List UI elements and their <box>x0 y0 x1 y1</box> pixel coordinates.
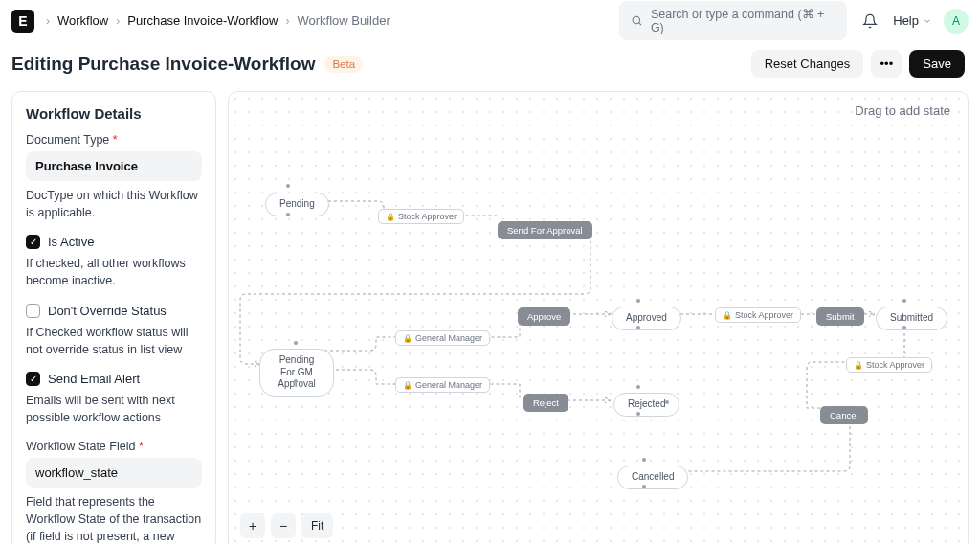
lock-icon: 🔒 <box>403 381 412 390</box>
send-email-checkbox[interactable]: ✓ <box>26 372 40 386</box>
notifications-button[interactable] <box>857 8 883 34</box>
state-approved[interactable]: Approved <box>612 307 681 330</box>
chevron-right-icon: › <box>285 14 289 28</box>
dont-override-help: If Checked workflow status will not over… <box>26 324 202 358</box>
role-stock-approver[interactable]: 🔒Stock Approver <box>378 209 464 224</box>
doctype-help: DocType on which this Workflow is applic… <box>26 187 202 221</box>
action-reject[interactable]: Reject <box>523 394 568 412</box>
workflow-canvas[interactable]: Drag to add state Pending <box>228 91 969 545</box>
action-approve[interactable]: Approve <box>518 307 570 326</box>
lock-icon: 🔒 <box>723 311 732 320</box>
save-button[interactable]: Save <box>909 50 965 78</box>
help-label: Help <box>893 13 919 28</box>
search-input[interactable]: Search or type a command (⌘ + G) <box>619 1 847 40</box>
zoom-out-button[interactable]: − <box>271 513 296 538</box>
role-general-manager-2[interactable]: 🔒General Manager <box>395 377 490 393</box>
workflow-details-panel: Workflow Details Document Type * Purchas… <box>11 91 216 545</box>
state-field-help: Field that represents the Workflow State… <box>26 493 202 545</box>
state-cancelled[interactable]: Cancelled <box>617 466 688 489</box>
search-icon <box>631 14 643 27</box>
zoom-fit-button[interactable]: Fit <box>301 513 333 538</box>
state-rejected[interactable]: Rejected <box>613 393 679 417</box>
crumb-builder: Workflow Builder <box>297 13 390 28</box>
crumb-workflow[interactable]: Workflow <box>57 13 108 28</box>
page-title: Editing Purchase Invoice-Workflow <box>11 54 315 75</box>
chevron-down-icon <box>923 16 932 26</box>
role-stock-approver-3[interactable]: 🔒Stock Approver <box>846 357 932 373</box>
action-cancel[interactable]: Cancel <box>820 406 868 424</box>
svg-point-0 <box>633 16 639 23</box>
drag-hint: Drag to add state <box>855 103 950 118</box>
state-pending-gm[interactable]: Pending For GM Approval <box>259 349 334 397</box>
chevron-right-icon: › <box>46 14 50 28</box>
is-active-help: If checked, all other workflows become i… <box>26 255 202 289</box>
state-field-input[interactable]: workflow_state <box>26 458 202 488</box>
help-menu[interactable]: Help <box>893 13 932 28</box>
beta-badge: Beta <box>324 56 363 73</box>
search-placeholder: Search or type a command (⌘ + G) <box>651 7 835 34</box>
dont-override-label: Don't Override Status <box>48 304 167 318</box>
breadcrumb: › Workflow › Purchase Invoice-Workflow ›… <box>42 13 390 28</box>
state-pending[interactable]: Pending <box>265 193 329 216</box>
send-email-label: Send Email Alert <box>48 372 140 386</box>
is-active-label: Is Active <box>48 235 94 249</box>
lock-icon: 🔒 <box>386 213 395 221</box>
lock-icon: 🔒 <box>403 334 412 343</box>
chevron-right-icon: › <box>116 14 120 28</box>
is-active-checkbox[interactable]: ✓ <box>26 235 40 249</box>
avatar[interactable]: A <box>944 9 969 34</box>
role-stock-approver-2[interactable]: 🔒Stock Approver <box>715 307 801 323</box>
dont-override-checkbox[interactable] <box>26 304 40 318</box>
state-submitted[interactable]: Submitted <box>876 307 947 330</box>
state-field-label: Workflow State Field * <box>26 440 202 453</box>
crumb-doc[interactable]: Purchase Invoice-Workflow <box>127 13 278 28</box>
more-menu-button[interactable]: ••• <box>871 50 902 78</box>
app-logo[interactable]: E <box>11 10 34 33</box>
action-send-for-approval[interactable]: Send For Approval <box>498 221 592 239</box>
action-submit[interactable]: Submit <box>816 307 864 326</box>
doctype-label: Document Type * <box>26 133 202 147</box>
bell-icon <box>862 13 878 29</box>
zoom-in-button[interactable]: + <box>240 513 265 538</box>
reset-button[interactable]: Reset Changes <box>751 50 864 78</box>
panel-heading: Workflow Details <box>26 105 202 122</box>
lock-icon: 🔒 <box>854 361 863 370</box>
doctype-field[interactable]: Purchase Invoice <box>26 151 202 181</box>
role-general-manager[interactable]: 🔒General Manager <box>395 330 490 346</box>
send-email-help: Emails will be sent with next possible w… <box>26 392 202 426</box>
